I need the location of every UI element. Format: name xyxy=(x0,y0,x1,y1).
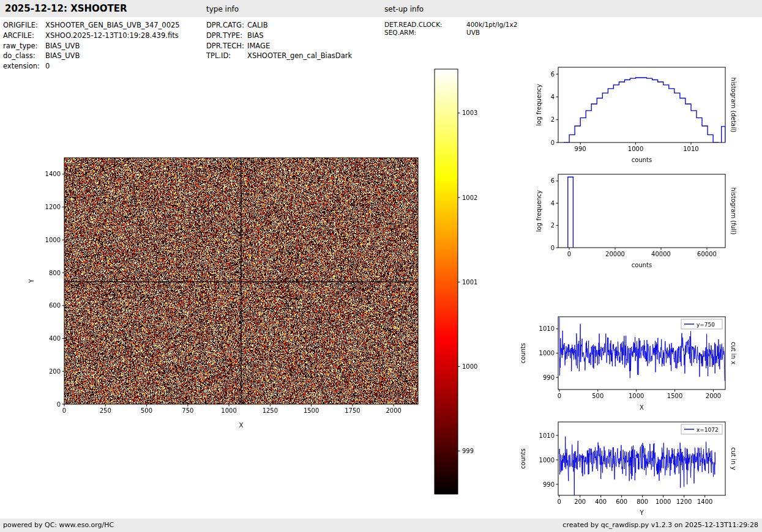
info-value: XSHOOTER_GEN_BIAS_UVB_347_0025 xyxy=(45,21,180,29)
y-tick-label: 4 xyxy=(551,94,555,100)
footer-powered-by: powered by QC: www.eso.org/HC xyxy=(3,521,114,529)
info-value: BIAS_UVB xyxy=(45,42,80,50)
y-tick-label: 800 xyxy=(49,270,61,276)
y-tick-label: 0 xyxy=(551,245,555,251)
y-tick-label: 2 xyxy=(551,222,555,229)
x-tick-label: 20000 xyxy=(605,251,625,257)
info-row-arcfile: ARCFILE:XSHOO.2025-12-13T10:19:28.439.fi… xyxy=(3,31,180,41)
info-row-seqarm: SEQ.ARM:UVB xyxy=(384,29,517,37)
x-tick-label: 1010 xyxy=(683,146,698,152)
right-axis-label: cut in x xyxy=(730,342,737,364)
info-label: DPR.CATG: xyxy=(206,20,247,31)
y-tick-label: 1010 xyxy=(539,432,555,439)
x-tick-label: 800 xyxy=(637,498,648,505)
cut-line-series xyxy=(559,437,715,495)
y-axis-label: counts xyxy=(520,448,526,468)
colorbar-tick-label: 1001 xyxy=(462,279,477,286)
info-value: XSHOO.2025-12-13T10:19:28.439.fits xyxy=(45,31,179,40)
x-axis-label: counts xyxy=(632,262,652,268)
colorbar-gradient xyxy=(435,69,458,494)
x-tick-label: 1000 xyxy=(629,393,644,399)
y-tick-label: 1400 xyxy=(45,171,61,177)
x-tick-label: 2000 xyxy=(386,407,401,414)
y-tick-label: 2 xyxy=(551,116,555,123)
x-tick-label: 1000 xyxy=(656,498,671,505)
x-tick-label: 500 xyxy=(592,393,603,399)
y-tick-label: 0 xyxy=(57,401,61,408)
x-tick-label: 500 xyxy=(141,407,152,414)
x-tick-label: 990 xyxy=(575,146,586,152)
x-tick-label: 0 xyxy=(558,393,561,399)
info-label: raw_type: xyxy=(3,41,45,51)
colorbar-tick-label: 999 xyxy=(462,448,474,454)
plot-border xyxy=(558,67,725,142)
info-row-tplid: TPL.ID:XSHOOTER_gen_cal_BiasDark xyxy=(206,51,352,61)
x-tick-label: 1000 xyxy=(221,407,236,414)
histogram-edge-bar xyxy=(722,127,725,142)
info-label: ORIGFILE: xyxy=(3,20,45,31)
right-axis-label: cut in y xyxy=(730,447,737,470)
x-tick-label: 200 xyxy=(574,498,586,505)
x-tick-label: 1500 xyxy=(667,393,682,399)
type-info-heading: type info xyxy=(206,5,239,13)
y-axis-label: Y xyxy=(28,279,35,284)
hist-full-plot: 02000040000600000246countslog frequencyh… xyxy=(536,174,737,268)
info-label: ARCFILE: xyxy=(3,31,45,41)
cut-line-series xyxy=(559,317,725,381)
info-label: TPL.ID: xyxy=(206,51,247,61)
y-tick-label: 600 xyxy=(49,302,61,309)
bias-frame-image xyxy=(64,158,418,404)
cut-y-plot: 020040060080010001200140099010001010Ycou… xyxy=(520,422,737,516)
hist-detail-plot: 990100010100246countslog frequencyhistog… xyxy=(536,67,737,163)
x-tick-label: 1200 xyxy=(676,498,692,505)
setup-info-block: DET.READ.CLOCK:400k/1pt/lg/1x2 SEQ.ARM:U… xyxy=(384,21,517,37)
info-label: extension: xyxy=(3,61,45,72)
footer-bar: powered by QC: www.eso.org/HC created by… xyxy=(0,519,762,532)
colorbar-tick-label: 1002 xyxy=(462,194,477,201)
info-value: BIAS xyxy=(247,31,263,40)
x-tick-label: 1500 xyxy=(304,407,319,414)
info-value: CALIB xyxy=(247,21,268,29)
info-value: UVB xyxy=(466,29,480,36)
info-value: 400k/1pt/lg/1x2 xyxy=(466,21,517,28)
y-tick-label: 4 xyxy=(551,200,555,207)
info-label: do_class: xyxy=(3,51,45,61)
info-row-rawtype: raw_type:BIAS_UVB xyxy=(3,41,180,51)
plot-border xyxy=(558,174,725,248)
legend: y=750 xyxy=(681,319,722,329)
x-tick-label: 1250 xyxy=(263,407,278,414)
legend-box xyxy=(681,424,722,434)
info-row-dprtech: DPR.TECH:IMAGE xyxy=(206,41,352,51)
legend-label: x=1072 xyxy=(697,427,719,433)
y-tick-label: 6 xyxy=(551,177,555,184)
page-title: 2025-12-12: XSHOOTER xyxy=(5,3,127,14)
x-axis-label: counts xyxy=(632,157,652,163)
y-tick-label: 200 xyxy=(49,368,61,375)
info-label: DET.READ.CLOCK: xyxy=(384,21,466,29)
y-tick-label: 400 xyxy=(49,335,61,342)
x-tick-label: 600 xyxy=(616,498,627,505)
y-tick-label: 1010 xyxy=(539,325,555,332)
y-tick-label: 1000 xyxy=(45,237,61,243)
x-tick-label: 250 xyxy=(100,407,111,414)
y-tick-label: 6 xyxy=(551,71,555,78)
info-row-dprtype: DPR.TYPE:BIAS xyxy=(206,31,352,41)
info-label: DPR.TYPE: xyxy=(206,31,247,41)
info-value: BIAS_UVB xyxy=(45,51,80,60)
x-tick-label: 0 xyxy=(62,407,66,414)
x-tick-label: 0 xyxy=(567,251,571,257)
info-row-extension: extension:0 xyxy=(3,61,180,72)
y-tick-label: 990 xyxy=(543,481,555,488)
x-tick-label: 1000 xyxy=(628,146,643,152)
y-tick-label: 1200 xyxy=(45,204,61,210)
colorbar-tick-label: 1003 xyxy=(462,109,477,116)
plot-border xyxy=(558,317,725,390)
cut-x-plot: 050010001500200099010001010Xcountscut in… xyxy=(520,317,737,411)
histogram-bar xyxy=(568,177,573,248)
info-value: XSHOOTER_gen_cal_BiasDark xyxy=(247,51,352,60)
x-tick-label: 1750 xyxy=(345,407,360,414)
x-tick-label: 750 xyxy=(182,407,193,414)
plot-border xyxy=(558,422,725,495)
x-tick-label: 400 xyxy=(595,498,607,505)
histogram-step-curve xyxy=(564,78,719,142)
